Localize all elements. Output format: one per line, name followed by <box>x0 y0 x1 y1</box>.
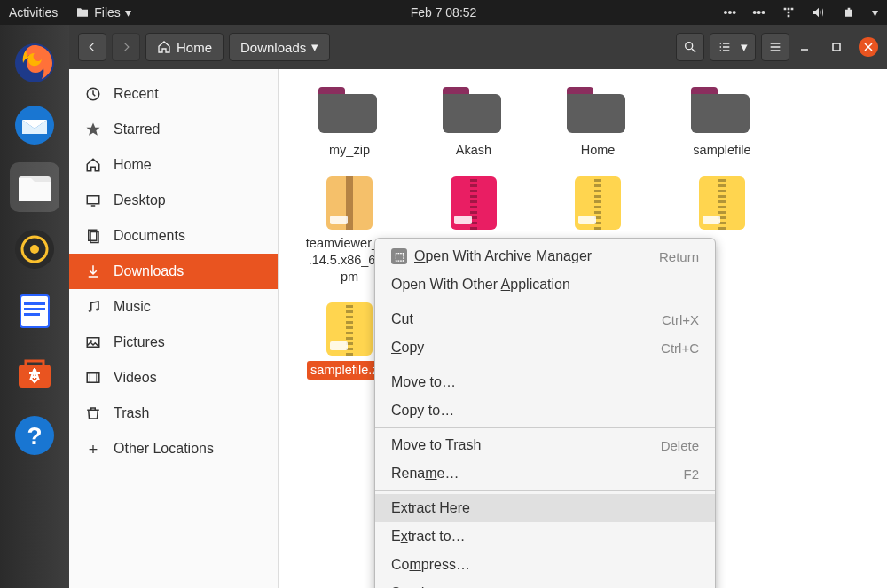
sidebar-item-label: Other Locations <box>114 441 214 457</box>
help-icon: ? <box>13 414 56 457</box>
sidebar-item-videos[interactable]: Videos <box>69 360 278 396</box>
rhythmbox-icon <box>13 228 56 270</box>
archive-manager-icon: ⬚ <box>391 248 407 264</box>
dock-files[interactable] <box>10 162 59 212</box>
menu-item[interactable]: Send to… <box>375 579 715 588</box>
sidebar-item-recent[interactable]: Recent <box>69 76 278 112</box>
svg-point-5 <box>30 245 39 254</box>
sidebar-item-label: Home <box>114 157 152 173</box>
menu-item[interactable]: Copy to… <box>375 396 715 425</box>
menu-item[interactable]: ⬚Open With Archive ManagerReturn <box>375 242 715 270</box>
menu-item-label: Extract Here <box>391 500 470 516</box>
trash-icon <box>85 405 101 421</box>
menu-item[interactable]: Rename…F2 <box>375 459 715 488</box>
home-icon <box>85 157 101 173</box>
volume-icon[interactable] <box>812 5 826 20</box>
menu-item[interactable]: Open With Other Application <box>375 270 715 299</box>
dock-rhythmbox[interactable] <box>10 224 59 274</box>
file-item-folder[interactable]: Akash <box>429 87 518 159</box>
app-name: Files <box>94 5 121 20</box>
chevron-down-icon: ▾ <box>741 39 748 55</box>
app-menu[interactable]: Files ▾ <box>75 5 131 20</box>
menu-item-label: Rename… <box>391 466 459 482</box>
libreoffice-icon <box>13 290 56 333</box>
sidebar-item-starred[interactable]: Starred <box>69 112 278 147</box>
sidebar-item-label: Documents <box>114 228 185 244</box>
sidebar-item-label: Videos <box>114 370 157 386</box>
view-mode-button[interactable]: ▾ <box>710 33 756 61</box>
clock-icon <box>85 86 101 102</box>
file-label: my_zip <box>329 142 370 159</box>
sidebar: Recent Starred Home Desktop Documents Do… <box>69 69 279 588</box>
thunderbird-icon <box>13 104 56 146</box>
maximize-icon <box>831 42 842 52</box>
back-button[interactable] <box>78 33 106 61</box>
path-home[interactable]: Home <box>145 33 224 61</box>
more-icon-1[interactable]: ••• <box>724 5 737 20</box>
dock-help[interactable]: ? <box>10 411 59 460</box>
clock[interactable]: Feb 7 08:52 <box>411 5 477 20</box>
sidebar-item-music[interactable]: Music <box>69 289 278 325</box>
activities-button[interactable]: Activities <box>9 5 58 20</box>
menu-item-shortcut: Return <box>659 249 699 264</box>
menu-separator <box>375 302 715 302</box>
menu-item-label: Extract to… <box>391 529 466 545</box>
dock-firefox[interactable] <box>10 38 59 88</box>
maximize-button[interactable] <box>827 37 846 57</box>
menu-item[interactable]: Move to TrashDelete <box>375 431 715 459</box>
files-icon <box>75 5 90 20</box>
dropdown-arrow: ▾ <box>125 5 131 20</box>
menu-item[interactable]: Compress… <box>375 551 715 579</box>
sidebar-item-trash[interactable]: Trash <box>69 396 278 431</box>
sidebar-item-pictures[interactable]: Pictures <box>69 325 278 360</box>
path-downloads[interactable]: Downloads ▾ <box>229 33 330 61</box>
menu-item[interactable]: CutCtrl+X <box>375 305 715 333</box>
svg-text:A: A <box>29 366 41 384</box>
sidebar-item-label: Desktop <box>114 192 166 208</box>
sidebar-item-label: Trash <box>114 405 149 421</box>
menu-item-label: Move to… <box>391 374 456 390</box>
sidebar-item-label: Downloads <box>114 263 184 279</box>
svg-rect-15 <box>833 43 840 51</box>
hamburger-button[interactable] <box>761 33 789 61</box>
close-button[interactable] <box>859 37 878 57</box>
dock-software[interactable]: A <box>10 349 59 398</box>
system-top-bar: Activities Files ▾ Feb 7 08:52 ••• ••• ▾ <box>0 0 887 25</box>
menu-separator <box>375 490 715 491</box>
svg-rect-8 <box>24 308 45 310</box>
file-item-folder[interactable]: samplefile <box>678 87 766 159</box>
battery-icon[interactable] <box>842 5 856 20</box>
svg-point-14 <box>686 43 693 50</box>
file-item-folder[interactable]: my_zip <box>305 87 394 159</box>
path-home-label: Home <box>177 40 212 55</box>
menu-separator <box>375 365 715 365</box>
forward-button[interactable] <box>112 33 140 61</box>
home-icon <box>157 40 171 54</box>
dock-libreoffice[interactable] <box>10 286 59 336</box>
sidebar-item-downloads[interactable]: Downloads <box>69 254 278 289</box>
more-icon-2[interactable]: ••• <box>752 5 765 20</box>
menu-item[interactable]: Extract to… <box>375 522 715 551</box>
network-icon[interactable] <box>781 5 796 20</box>
menu-item[interactable]: CopyCtrl+C <box>375 333 715 362</box>
search-button[interactable] <box>676 33 704 61</box>
firefox-icon <box>13 42 56 84</box>
sidebar-item-home[interactable]: Home <box>69 147 278 183</box>
videos-icon <box>85 370 101 386</box>
sidebar-item-other-locations[interactable]: +Other Locations <box>69 431 278 466</box>
menu-item-label: Move to Trash <box>391 437 481 453</box>
menu-item-shortcut: Ctrl+X <box>662 312 699 327</box>
svg-rect-7 <box>24 302 45 305</box>
sidebar-item-documents[interactable]: Documents <box>69 218 278 254</box>
sidebar-item-desktop[interactable]: Desktop <box>69 183 278 218</box>
menu-item[interactable]: Extract Here <box>375 494 715 522</box>
dock-thunderbird[interactable] <box>10 100 59 150</box>
menu-item[interactable]: Move to… <box>375 368 715 396</box>
file-item-folder[interactable]: Home <box>553 87 642 159</box>
software-icon: A <box>13 352 56 395</box>
svg-rect-6 <box>20 295 49 327</box>
minimize-button[interactable] <box>795 37 814 57</box>
svg-point-21 <box>96 309 98 311</box>
menu-item-label: ⬚Open With Archive Manager <box>391 248 592 264</box>
system-dropdown-arrow[interactable]: ▾ <box>872 5 878 20</box>
